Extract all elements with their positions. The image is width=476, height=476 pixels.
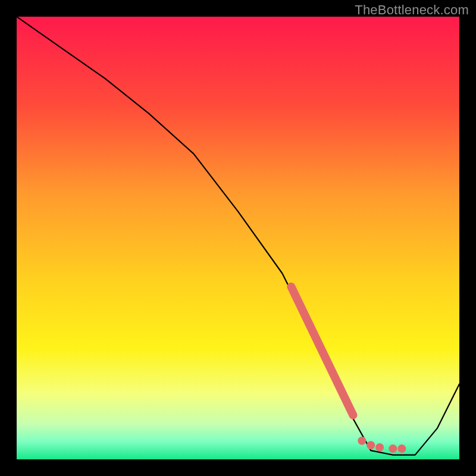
dot-marker bbox=[375, 443, 384, 452]
watermark-text: TheBottleneck.com bbox=[355, 2, 469, 18]
slope-highlight bbox=[291, 287, 353, 415]
curve-layer bbox=[17, 17, 459, 459]
main-curve bbox=[17, 17, 459, 455]
dot-marker bbox=[389, 444, 397, 453]
dot-marker bbox=[397, 444, 406, 453]
dot-marker bbox=[367, 441, 375, 449]
dot-markers bbox=[358, 437, 406, 453]
plot-area bbox=[17, 17, 459, 459]
chart-stage: TheBottleneck.com bbox=[0, 0, 476, 476]
dot-marker bbox=[358, 437, 366, 445]
